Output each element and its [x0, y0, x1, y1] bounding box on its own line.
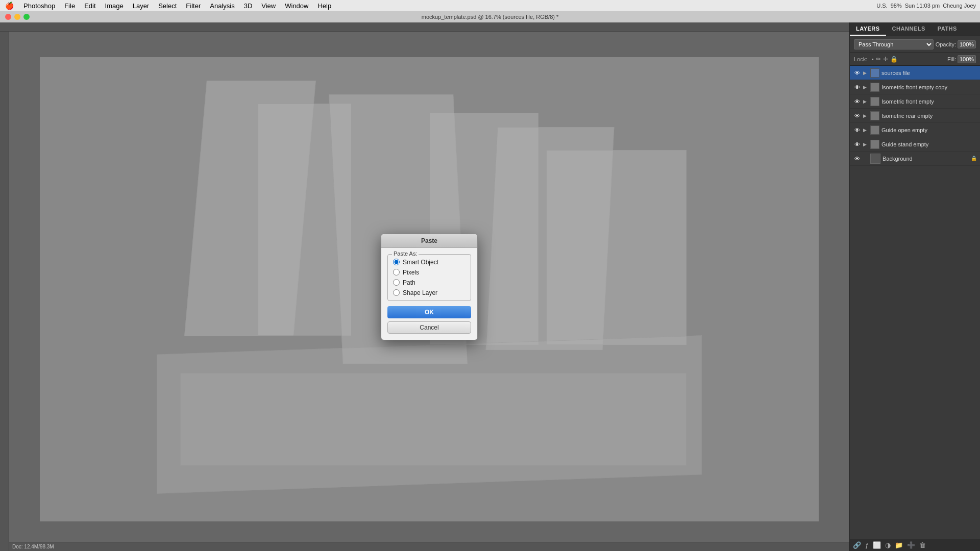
- menu-filter[interactable]: Filter: [182, 1, 205, 11]
- menu-analysis[interactable]: Analysis: [206, 1, 238, 11]
- visibility-icon[interactable]: 👁: [853, 126, 861, 134]
- menu-image[interactable]: Image: [101, 1, 128, 11]
- menu-bar: 🍎 Photoshop File Edit Image Layer Select…: [0, 0, 980, 11]
- expand-icon[interactable]: ▶: [863, 85, 868, 90]
- link-icon[interactable]: 🔗: [853, 541, 861, 549]
- clock: Sun 11:03 pm: [905, 3, 940, 9]
- adjustment-icon[interactable]: ◑: [885, 541, 891, 549]
- add-style-icon[interactable]: ƒ: [865, 541, 869, 549]
- menu-view[interactable]: View: [257, 1, 280, 11]
- group-icon[interactable]: 📁: [895, 541, 903, 549]
- tab-channels[interactable]: CHANNELS: [886, 22, 932, 36]
- document-title: mockup_template.psd @ 16.7% (sources fil…: [422, 14, 559, 20]
- status-text: Doc: 12.4M/98.3M: [12, 544, 54, 549]
- paste-as-legend: Paste As:: [392, 251, 419, 257]
- layer-name: Guide open empty: [881, 127, 977, 133]
- expand-icon[interactable]: ▶: [863, 128, 868, 133]
- layer-item[interactable]: 👁 ▶ Guide open empty: [850, 123, 980, 137]
- menu-window[interactable]: Window: [281, 1, 312, 11]
- blend-mode-select[interactable]: Pass Through: [854, 39, 934, 49]
- layer-type-group-icon: [870, 68, 879, 78]
- expand-icon[interactable]: ▶: [863, 70, 868, 76]
- lock-image-icon[interactable]: ✏: [876, 56, 881, 63]
- layer-type-group-icon: [870, 140, 879, 149]
- layer-name: Isometric front empty copy: [881, 84, 977, 90]
- delete-layer-icon[interactable]: 🗑: [919, 541, 926, 549]
- canvas-wrapper[interactable]: Paste Paste As: Smart Object Pixels: [9, 32, 849, 542]
- layer-item[interactable]: 👁 ▶ Isometric front empty copy: [850, 80, 980, 94]
- dialog-buttons: OK Cancel: [387, 306, 471, 334]
- battery-status: 98%: [891, 3, 902, 9]
- layer-item[interactable]: 👁 ▶ Guide stand empty: [850, 137, 980, 152]
- layer-type-group-icon: [870, 111, 879, 120]
- new-layer-icon[interactable]: ➕: [907, 541, 915, 549]
- apple-menu[interactable]: 🍎: [4, 0, 14, 11]
- lock-icons: ▪ ✏ ✛ 🔒: [871, 56, 897, 63]
- panel-tabs: LAYERS CHANNELS PATHS: [850, 22, 980, 36]
- menu-select[interactable]: Select: [154, 1, 181, 11]
- main-layout: Paste Paste As: Smart Object Pixels: [0, 22, 980, 551]
- lock-icon: 🔒: [971, 156, 977, 161]
- layer-list[interactable]: 👁 ▶ sources file 👁 ▶ Isometric front emp…: [850, 66, 980, 539]
- layer-name: sources file: [881, 70, 977, 76]
- layer-type-group-icon: [870, 83, 879, 92]
- dialog-overlay: Paste Paste As: Smart Object Pixels: [9, 32, 849, 542]
- layer-name: Background: [883, 156, 969, 162]
- minimize-button[interactable]: [14, 14, 20, 20]
- label-pixels: Pixels: [403, 269, 419, 276]
- layer-item[interactable]: 👁 ▶ sources file: [850, 66, 980, 80]
- layer-item[interactable]: 👁 ▶ Isometric front empty: [850, 94, 980, 109]
- opacity-input[interactable]: [958, 40, 976, 48]
- ruler-vertical: [0, 32, 9, 551]
- layer-item[interactable]: 👁 Background 🔒: [850, 152, 980, 166]
- option-smart-object[interactable]: Smart Object: [393, 259, 465, 266]
- label-path: Path: [403, 279, 415, 286]
- option-shape-layer[interactable]: Shape Layer: [393, 289, 465, 296]
- paste-as-group: Paste As: Smart Object Pixels: [387, 254, 471, 301]
- close-button[interactable]: [5, 14, 11, 20]
- menu-right-area: U.S. 98% Sun 11:03 pm Cheung Joey: [876, 3, 976, 9]
- layer-name: Isometric rear empty: [881, 113, 977, 119]
- visibility-icon[interactable]: 👁: [853, 83, 861, 91]
- option-path[interactable]: Path: [393, 279, 465, 286]
- radio-path[interactable]: [393, 279, 400, 286]
- option-pixels[interactable]: Pixels: [393, 269, 465, 276]
- lock-position-icon[interactable]: ✛: [883, 56, 888, 63]
- expand-icon[interactable]: ▶: [863, 142, 868, 147]
- fill-label: Fill:: [947, 56, 956, 62]
- visibility-icon[interactable]: 👁: [853, 97, 861, 106]
- menu-file[interactable]: File: [60, 1, 79, 11]
- cancel-button[interactable]: Cancel: [387, 321, 471, 334]
- radio-smart-object[interactable]: [393, 259, 400, 265]
- tab-layers[interactable]: LAYERS: [850, 22, 886, 36]
- mask-icon[interactable]: ⬜: [873, 541, 881, 549]
- fill-control: Fill:: [947, 55, 976, 63]
- menu-3d[interactable]: 3D: [240, 1, 257, 11]
- ok-button[interactable]: OK: [387, 306, 471, 318]
- tab-paths[interactable]: PATHS: [932, 22, 963, 36]
- lock-label: Lock:: [854, 56, 867, 62]
- lock-transparency-icon[interactable]: ▪: [871, 56, 873, 63]
- status-bar: Doc: 12.4M/98.3M: [9, 542, 849, 551]
- layer-item[interactable]: 👁 ▶ Isometric rear empty: [850, 109, 980, 123]
- menu-photoshop[interactable]: Photoshop: [19, 1, 59, 11]
- visibility-icon[interactable]: 👁: [853, 112, 861, 120]
- fill-input[interactable]: [958, 55, 976, 63]
- visibility-icon[interactable]: 👁: [853, 140, 861, 148]
- menu-help[interactable]: Help: [313, 1, 335, 11]
- canvas-area[interactable]: Paste Paste As: Smart Object Pixels: [0, 22, 849, 551]
- radio-shape-layer[interactable]: [393, 289, 400, 296]
- menu-layer[interactable]: Layer: [129, 1, 154, 11]
- expand-icon[interactable]: ▶: [863, 99, 868, 104]
- menu-edit[interactable]: Edit: [80, 1, 100, 11]
- maximize-button[interactable]: [23, 14, 30, 20]
- layer-name: Guide stand empty: [881, 141, 977, 147]
- expand-icon[interactable]: ▶: [863, 113, 868, 118]
- visibility-icon[interactable]: 👁: [853, 69, 861, 77]
- opacity-control: Opacity:: [936, 40, 976, 48]
- layer-thumbnail: [870, 154, 880, 164]
- visibility-icon[interactable]: 👁: [853, 155, 861, 163]
- lock-all-icon[interactable]: 🔒: [890, 56, 898, 63]
- radio-pixels[interactable]: [393, 269, 400, 276]
- right-panel: LAYERS CHANNELS PATHS Pass Through Opaci…: [849, 22, 980, 551]
